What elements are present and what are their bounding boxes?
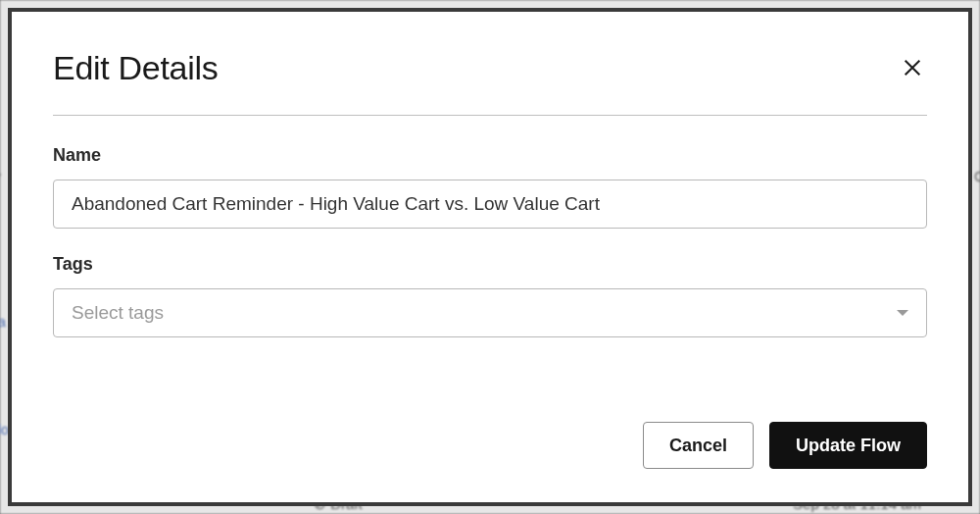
close-icon [902,57,923,78]
dialog-header: Edit Details [53,49,927,87]
tags-field-group: Tags Select tags [53,254,927,337]
close-button[interactable] [898,53,927,82]
cancel-button[interactable]: Cancel [643,422,754,469]
tags-label: Tags [53,254,927,275]
dialog-footer: Cancel Update Flow [53,402,927,469]
name-input[interactable] [53,180,927,229]
dialog-title: Edit Details [53,49,218,87]
name-field-group: Name [53,145,927,229]
update-flow-button[interactable]: Update Flow [769,422,927,469]
tags-select[interactable]: Select tags [53,288,927,337]
chevron-down-icon [897,310,908,316]
tags-placeholder: Select tags [72,302,897,324]
header-divider [53,115,927,116]
name-label: Name [53,145,927,166]
edit-details-dialog: Edit Details Name Tags Select tags Cance… [8,8,972,506]
